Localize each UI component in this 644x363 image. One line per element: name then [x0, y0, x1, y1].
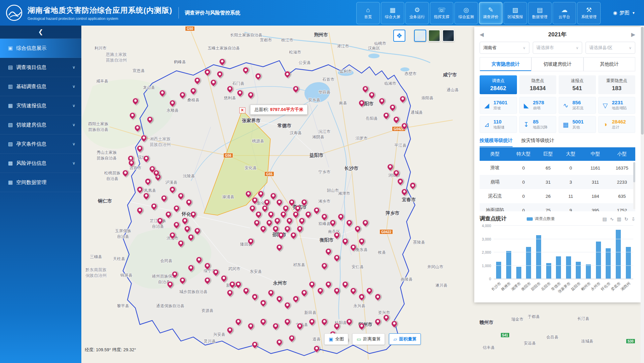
type-card-地面塌陷[interactable]: ▽2231地面塌陷 [598, 97, 636, 114]
hazard-marker[interactable] [248, 323, 254, 329]
tab-1[interactable]: 灾害隐患统计 [480, 57, 531, 71]
layer-switch-button[interactable]: ❖ [393, 30, 405, 42]
hazard-marker[interactable] [299, 218, 305, 224]
hazard-marker[interactable] [273, 226, 279, 232]
hazard-marker[interactable] [134, 125, 140, 131]
nav-data[interactable]: ▤数据管理 [528, 2, 552, 24]
hazard-marker[interactable] [249, 205, 255, 211]
sidebar-item-6[interactable]: ▨孕灾条件信息∨ [0, 135, 81, 154]
hazard-marker[interactable] [362, 86, 368, 92]
download-icon[interactable]: ⇩ [631, 216, 635, 222]
hazard-marker[interactable] [387, 164, 393, 170]
hazard-marker[interactable] [179, 92, 186, 98]
hazard-marker[interactable] [252, 341, 258, 348]
tab-3[interactable]: 其他统计 [583, 57, 635, 71]
hazard-marker[interactable] [397, 178, 403, 184]
hazard-marker[interactable] [153, 170, 159, 176]
nav-business[interactable]: ⚙业务运行 [405, 2, 429, 24]
hazard-marker[interactable] [255, 211, 261, 217]
hazard-marker[interactable] [309, 281, 315, 287]
hazard-marker[interactable] [334, 255, 340, 261]
hazard-marker[interactable] [165, 211, 171, 217]
hazard-marker[interactable] [350, 244, 356, 250]
hazard-marker[interactable] [217, 71, 223, 77]
hazard-marker[interactable] [219, 59, 225, 65]
hazard-marker[interactable] [355, 226, 361, 232]
hazard-marker[interactable] [334, 288, 340, 294]
hazard-marker[interactable] [297, 226, 303, 232]
hazard-marker[interactable] [295, 205, 301, 211]
hazard-marker[interactable] [321, 263, 327, 269]
linechart-icon[interactable]: ∿ [610, 216, 614, 222]
hazard-marker[interactable] [321, 319, 327, 325]
next-year-button[interactable]: ▶ [631, 31, 635, 38]
hazard-marker[interactable] [173, 222, 179, 228]
nav-cloud[interactable]: ☁云平台 [553, 2, 576, 24]
hazard-marker[interactable] [284, 226, 290, 232]
refresh-icon[interactable]: ↻ [625, 216, 629, 222]
hazard-marker[interactable] [141, 135, 147, 141]
hazard-marker[interactable] [280, 211, 286, 217]
hazard-marker[interactable] [359, 238, 365, 244]
hazard-marker[interactable] [184, 226, 190, 232]
hazard-marker[interactable] [248, 238, 254, 244]
hazard-marker[interactable] [270, 193, 276, 199]
hazard-marker[interactable] [383, 112, 389, 118]
hazard-marker[interactable] [143, 155, 149, 161]
hazard-marker[interactable] [255, 73, 261, 79]
hazard-marker[interactable] [325, 248, 331, 254]
type-card-崩塌[interactable]: ◣2578崩塌 [519, 97, 557, 114]
hazard-marker[interactable] [229, 281, 235, 287]
fullextent-button[interactable]: ▣全图 [324, 333, 348, 345]
hazard-marker[interactable] [235, 319, 241, 325]
hazard-marker[interactable] [204, 263, 210, 269]
hazard-marker[interactable] [260, 226, 266, 232]
region-select-2[interactable]: 请选择市∨ [533, 42, 582, 54]
nav-monitor[interactable]: ◎综合监测 [454, 2, 478, 24]
hazard-marker[interactable] [410, 182, 416, 188]
user-menu[interactable]: ◉ 梦图 ▼ [613, 0, 635, 26]
hazard-marker[interactable] [252, 294, 258, 300]
hazard-marker[interactable] [137, 207, 143, 213]
hazard-marker[interactable] [284, 71, 290, 77]
hazard-marker[interactable] [289, 335, 295, 341]
hazard-marker[interactable] [196, 257, 202, 263]
basemap-thumb-vector[interactable] [414, 30, 426, 42]
nav-forecast[interactable]: ▧区域预报 [504, 2, 527, 24]
hazard-marker[interactable] [290, 232, 296, 238]
hazard-marker[interactable] [227, 86, 233, 92]
hazard-marker[interactable] [400, 96, 406, 102]
hazard-marker[interactable] [274, 218, 280, 224]
hazard-marker[interactable] [137, 186, 143, 192]
hazard-marker[interactable] [128, 160, 134, 166]
sidebar-item-8[interactable]: ▦空间数据管理 [0, 173, 81, 192]
nav-dashboard[interactable]: ▦综合大屏 [381, 2, 404, 24]
hazard-marker[interactable] [210, 79, 216, 85]
nav-home[interactable]: ⌂首页 [356, 2, 380, 24]
stat-card-2[interactable]: 隐患点18434 [519, 75, 557, 94]
hazard-marker[interactable] [284, 319, 290, 325]
hazard-marker[interactable] [393, 170, 399, 176]
hazard-marker[interactable] [235, 281, 241, 287]
hazard-marker[interactable] [264, 199, 270, 205]
basemap-thumb-imagery[interactable] [428, 30, 440, 42]
hazard-marker[interactable] [375, 319, 381, 325]
hazard-marker[interactable] [283, 205, 289, 211]
hazard-marker[interactable] [172, 271, 178, 277]
hazard-marker[interactable] [151, 203, 157, 209]
hazard-marker[interactable] [359, 100, 365, 106]
type-card-地面沉降[interactable]: ↧85地面沉降 [519, 116, 557, 133]
hazard-marker[interactable] [305, 211, 311, 217]
nav-system[interactable]: ⚒系统管理 [577, 2, 601, 24]
hazard-marker[interactable] [204, 69, 210, 75]
hazard-marker[interactable] [169, 186, 175, 192]
prev-year-button[interactable]: ◀ [480, 31, 484, 38]
hazard-marker[interactable] [383, 315, 389, 321]
hazard-marker[interactable] [204, 277, 210, 283]
hazard-marker[interactable] [260, 300, 266, 306]
hazard-marker[interactable] [161, 195, 167, 201]
type-card-其他[interactable]: ▦5001其他 [559, 116, 596, 133]
hazard-marker[interactable] [297, 323, 303, 329]
hazard-marker[interactable] [227, 327, 233, 333]
hazard-marker[interactable] [276, 244, 282, 250]
